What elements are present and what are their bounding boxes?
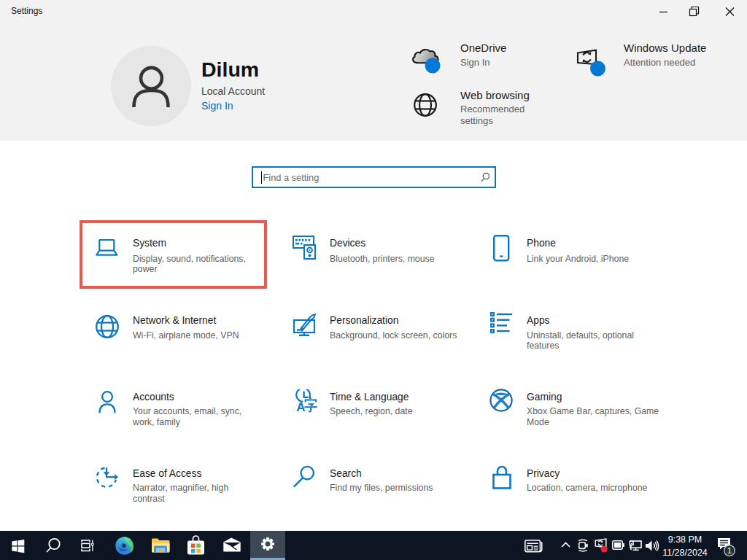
svg-text:A: A: [296, 400, 305, 414]
svg-text:1: 1: [727, 546, 732, 555]
